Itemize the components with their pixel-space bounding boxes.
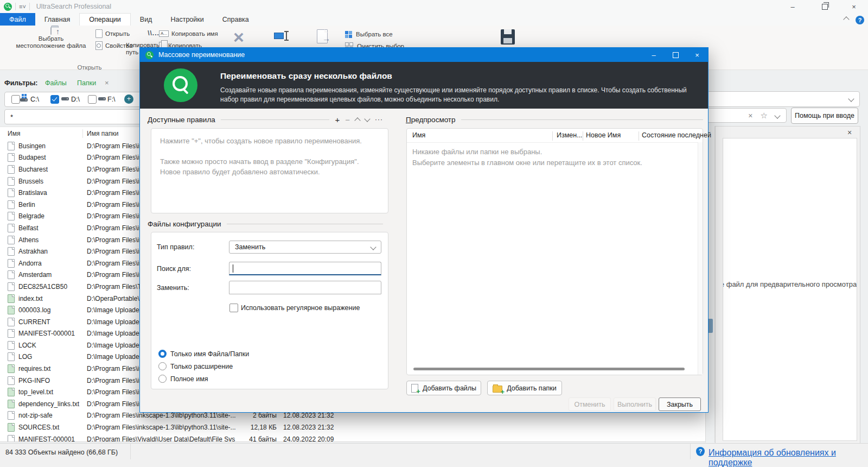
copy-path-icon: \\... [148, 29, 159, 37]
favorite-star-icon[interactable]: ☆ [761, 111, 768, 121]
clear-search-icon[interactable]: × [748, 111, 752, 120]
radio-name-only[interactable] [158, 350, 167, 358]
add-files-button[interactable]: Добавить файлы [406, 381, 481, 395]
file-icon [8, 236, 15, 244]
radio-full-name[interactable] [158, 375, 167, 383]
column-divider[interactable] [583, 131, 583, 141]
file-name: Belgrade [18, 212, 81, 220]
execute-button[interactable]: Выполнить [614, 397, 656, 411]
tab-home[interactable]: Главная [35, 13, 80, 26]
file-name: Astrakhan [18, 248, 81, 255]
add-folders-button[interactable]: Добавить папки [487, 381, 562, 395]
file-name: LOCK [18, 342, 81, 349]
button-label: Выбрать все [356, 31, 393, 37]
select-all-button[interactable]: Выбрать все [345, 29, 393, 40]
tab-view[interactable]: Вид [131, 13, 162, 26]
column-divider[interactable] [639, 131, 639, 141]
ribbon-tabs: Файл Главная Операции Вид Настройки Спра… [0, 13, 868, 26]
file-date: 24.09.2022 20:09 [283, 436, 354, 442]
column-last-state[interactable]: Состояние последней [642, 131, 711, 139]
file-icon [8, 376, 15, 385]
drive-icon [98, 97, 106, 100]
rules-list-box[interactable]: Нажмите "+", чтобы создать новое правило… [151, 128, 388, 213]
restore-button[interactable] [815, 0, 834, 13]
help-icon[interactable]: ? [856, 16, 864, 24]
select-file-location-button[interactable]: Выбрать местоположение файла [3, 28, 99, 50]
rename-button[interactable] [267, 31, 294, 41]
filter-folders-link[interactable]: Папки [77, 79, 96, 87]
divider [221, 119, 330, 120]
rules-hint-2: Также можно просто начать ввод в разделе… [160, 156, 379, 177]
replace-input[interactable] [229, 281, 381, 294]
save-button[interactable] [495, 29, 521, 47]
column-new-name[interactable]: Новое Имя [586, 131, 621, 139]
column-folder[interactable]: Имя папки [87, 130, 118, 137]
dialog-title: Массовое переименование [158, 51, 245, 59]
clear-selection-icon [345, 42, 349, 46]
vertical-scrollbar[interactable] [698, 142, 703, 375]
update-info-link[interactable]: Информация об обновлениях и поддержке [709, 448, 868, 467]
quick-access-menu-icon[interactable]: ≡˅ [19, 4, 26, 10]
preview-table: Имя Измен... Новое Имя Состояние последн… [406, 128, 703, 375]
dialog-minimize-button[interactable]: – [643, 48, 665, 62]
input-help-button[interactable]: Помощь при вводе [791, 108, 858, 124]
close-button[interactable]: × [845, 0, 863, 13]
move-down-icon[interactable] [364, 116, 370, 122]
dialog-maximize-button[interactable] [665, 48, 686, 62]
clear-filter-icon[interactable]: × [105, 79, 109, 87]
column-changed[interactable]: Измен... [557, 131, 583, 139]
move-up-icon[interactable] [354, 117, 360, 123]
file-name: index.txt [18, 295, 81, 302]
divider [227, 224, 383, 224]
column-divider[interactable] [552, 131, 553, 141]
document-icon [95, 29, 103, 38]
chevron-down-icon[interactable] [774, 112, 780, 118]
file-row[interactable]: MANIFEST-000001D:\Program Files\Vivaldi\… [0, 433, 705, 442]
restore-icon [822, 4, 828, 10]
close-preview-icon[interactable]: × [847, 128, 852, 137]
text-caret [233, 264, 233, 273]
copy-name-button[interactable]: A... Копировать имя [159, 28, 218, 39]
horizontal-scrollbar[interactable] [413, 368, 685, 370]
column-divider[interactable] [82, 129, 83, 138]
tab-file[interactable]: Файл [0, 13, 35, 26]
rule-type-select[interactable]: Заменить [229, 241, 381, 254]
properties-icon [95, 41, 103, 50]
button-label: местоположение файла [3, 42, 99, 50]
column-name[interactable]: Имя [412, 131, 425, 139]
more-options-icon[interactable]: ··· [375, 116, 383, 124]
remove-rule-icon[interactable]: − [345, 116, 350, 124]
add-rule-icon[interactable]: + [335, 116, 340, 124]
text-file-icon [8, 364, 15, 373]
delete-button[interactable]: × [227, 28, 251, 46]
tab-operations[interactable]: Операции [79, 13, 130, 26]
close-dialog-button[interactable]: Закрыть [659, 397, 701, 411]
tab-help[interactable]: Справка [213, 13, 258, 26]
regex-checkbox[interactable] [229, 304, 238, 312]
divider [690, 443, 691, 459]
column-name[interactable]: Имя [8, 130, 20, 137]
drive-f-checkbox[interactable] [88, 95, 97, 104]
cancel-button[interactable]: Отменить [569, 397, 611, 411]
selected-value: Заменить [235, 243, 265, 251]
minimize-button[interactable]: – [783, 0, 802, 13]
file-icon [8, 200, 15, 209]
text-cursor-icon [286, 31, 287, 41]
file-icon [8, 224, 15, 232]
radio-extension-only[interactable] [158, 362, 167, 370]
export-button[interactable] [310, 29, 334, 46]
drive-d-checkbox[interactable] [50, 95, 59, 104]
search-for-input[interactable] [229, 262, 381, 275]
group-title: Доступные правила [148, 116, 215, 124]
file-name: Athens [18, 236, 81, 244]
filter-files-link[interactable]: Файлы [45, 79, 67, 87]
file-row[interactable]: SOURCES.txtD:\Program Files\inkscape-1.3… [0, 421, 705, 433]
app-logo-icon [4, 3, 12, 11]
add-drive-button[interactable]: + [124, 94, 133, 104]
drive-c-checkbox[interactable] [11, 95, 20, 104]
button-label: Выбрать [3, 35, 99, 43]
radio-name-only-label: Только имя Файла/Папки [170, 350, 249, 358]
tab-settings[interactable]: Настройки [161, 13, 213, 26]
dialog-close-button[interactable]: × [686, 48, 708, 62]
rules-hint-1: Нажмите "+", чтобы создать новое правило… [160, 136, 379, 146]
